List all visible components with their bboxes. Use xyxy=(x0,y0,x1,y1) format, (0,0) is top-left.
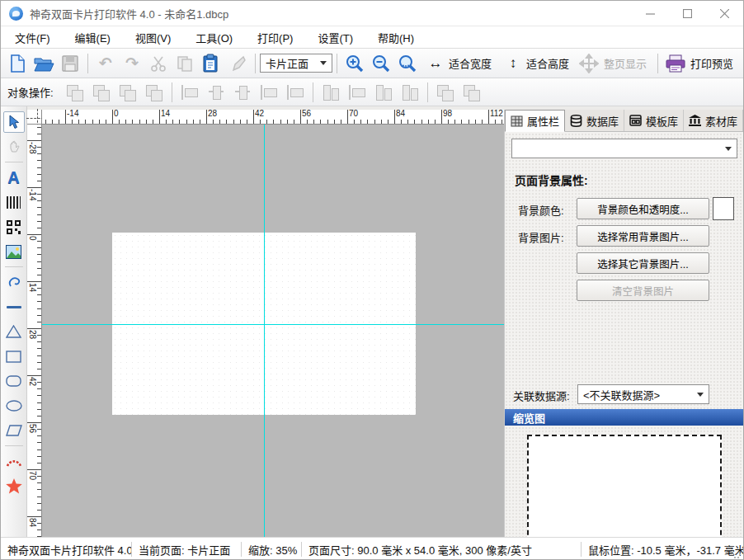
print-preview-label[interactable]: 打印预览 xyxy=(690,55,733,71)
ruler-origin-box[interactable] xyxy=(27,110,42,125)
menu-settings[interactable]: 设置(T) xyxy=(305,26,365,48)
align-bottom-icon[interactable] xyxy=(285,82,306,102)
ruler-tick xyxy=(37,194,41,195)
triangle-tool[interactable] xyxy=(3,321,25,342)
zoom-scale-button[interactable] xyxy=(396,52,419,75)
menu-help[interactable]: 帮助(H) xyxy=(365,26,426,48)
tab-database[interactable]: 数据库 xyxy=(565,110,624,131)
select-other-bg-button[interactable]: 选择其它背景图片... xyxy=(577,252,709,274)
tab-materials[interactable]: 素材库 xyxy=(684,110,743,131)
distribute-icon[interactable] xyxy=(399,82,421,102)
full-page-button[interactable] xyxy=(577,52,600,75)
bring-front-icon[interactable] xyxy=(117,82,139,102)
curve-icon xyxy=(7,275,21,289)
minimize-button[interactable] xyxy=(632,1,669,26)
select-nodes-icon[interactable] xyxy=(461,82,483,102)
menu-edit[interactable]: 编辑(E) xyxy=(63,26,123,48)
undo-button[interactable]: ↶ xyxy=(94,52,117,75)
menu-tools[interactable]: 工具(O) xyxy=(183,26,245,48)
fit-height-label[interactable]: 适合高度 xyxy=(526,55,569,71)
paste-clipboard-icon xyxy=(202,54,220,73)
image-tool[interactable] xyxy=(3,241,25,262)
barcode-tool[interactable] xyxy=(3,191,25,213)
same-size-icon[interactable] xyxy=(373,82,394,102)
ungroup-objects-icon[interactable] xyxy=(91,82,112,102)
ruler-label: 42 xyxy=(255,110,264,118)
resize-grip[interactable] xyxy=(733,551,742,559)
chevron-down-icon xyxy=(725,147,732,151)
horizontal-guide-line[interactable] xyxy=(42,324,504,325)
undo-icon: ↶ xyxy=(99,54,112,73)
line-tool[interactable] xyxy=(3,296,25,318)
ellipse-tool[interactable] xyxy=(3,395,25,416)
ruler-tick xyxy=(273,120,274,124)
menu-view[interactable]: 视图(V) xyxy=(123,26,183,48)
save-button[interactable] xyxy=(59,52,82,75)
tab-properties[interactable]: 属性栏 xyxy=(505,110,565,132)
qrcode-tool[interactable] xyxy=(3,216,25,238)
status-bar: 神奇双面卡片打印软件 4.0 当前页面: 卡片正面 缩放: 35% 页面尺寸: … xyxy=(1,537,743,560)
close-button[interactable] xyxy=(706,1,743,26)
zoom-in-button[interactable] xyxy=(343,52,366,75)
hand-icon xyxy=(7,139,21,154)
rounded-rectangle-tool[interactable] xyxy=(3,370,25,392)
bg-color-button[interactable]: 背景颜色和透明度... xyxy=(577,198,709,219)
same-width-icon[interactable] xyxy=(320,82,341,102)
ruler-label: 0 xyxy=(114,110,119,118)
copy-button[interactable] xyxy=(173,52,196,75)
group-objects-icon[interactable] xyxy=(64,82,86,102)
ruler-label: 42 xyxy=(28,377,36,386)
format-painter-icon xyxy=(228,54,247,73)
new-document-button[interactable] xyxy=(6,52,29,75)
ruler-tick xyxy=(37,294,41,295)
paste-button[interactable] xyxy=(200,52,223,75)
rectangle-tool[interactable] xyxy=(3,346,25,367)
object-toolbar: 对象操作: xyxy=(1,78,743,106)
align-left-icon[interactable] xyxy=(179,82,200,102)
print-preview-button[interactable] xyxy=(664,52,687,75)
stamp-tool[interactable] xyxy=(3,450,25,472)
same-height-icon[interactable] xyxy=(346,82,368,102)
send-back-icon[interactable] xyxy=(144,82,165,102)
fit-height-button[interactable]: ↕ xyxy=(500,52,523,75)
rotate-object-icon[interactable] xyxy=(435,82,456,102)
curve-tool[interactable] xyxy=(3,271,25,293)
open-file-button[interactable] xyxy=(32,52,55,75)
save-icon xyxy=(61,54,79,73)
star-tool[interactable] xyxy=(3,475,25,496)
thumbnail-card-preview[interactable] xyxy=(527,435,722,537)
cut-button[interactable] xyxy=(147,52,170,75)
ruler-tick xyxy=(37,523,41,524)
tab-templates[interactable]: 模板库 xyxy=(624,110,684,131)
maximize-button[interactable] xyxy=(669,1,706,26)
select-tool[interactable] xyxy=(3,111,25,133)
menu-file[interactable]: 文件(F) xyxy=(2,26,63,48)
ruler-tick xyxy=(37,355,41,356)
vertical-guide-line[interactable] xyxy=(264,125,265,537)
page-side-selector[interactable]: 卡片正面 xyxy=(260,54,332,73)
vertical-ruler[interactable]: -28-140142842567084 xyxy=(27,125,42,537)
align-right-icon[interactable] xyxy=(258,82,280,102)
menu-print[interactable]: 打印(P) xyxy=(245,26,305,48)
ruler-tick xyxy=(287,120,288,124)
design-canvas[interactable] xyxy=(42,125,504,537)
pan-tool[interactable] xyxy=(3,136,25,158)
align-center-icon[interactable] xyxy=(205,82,227,102)
bg-color-swatch[interactable] xyxy=(713,197,734,220)
zoom-out-button[interactable] xyxy=(370,52,393,75)
object-selector[interactable] xyxy=(511,139,737,158)
ruler-tick xyxy=(37,315,41,316)
fit-width-button[interactable]: ↔ xyxy=(422,52,445,75)
text-tool[interactable]: A xyxy=(3,167,25,188)
ruler-tick xyxy=(37,288,41,289)
parallelogram-tool[interactable] xyxy=(3,420,25,441)
select-common-bg-button[interactable]: 选择常用背景图片... xyxy=(577,225,709,247)
ruler-tick xyxy=(37,416,41,416)
ruler-tick xyxy=(294,120,294,124)
redo-button[interactable]: ↷ xyxy=(120,52,144,75)
fit-width-label[interactable]: 适合宽度 xyxy=(449,55,492,71)
align-middle-icon[interactable] xyxy=(232,82,253,102)
format-painter-button[interactable] xyxy=(226,52,249,75)
horizontal-ruler[interactable]: -14014284256708498112 xyxy=(42,110,504,125)
datasource-selector[interactable]: <不关联数据源> xyxy=(577,384,709,404)
